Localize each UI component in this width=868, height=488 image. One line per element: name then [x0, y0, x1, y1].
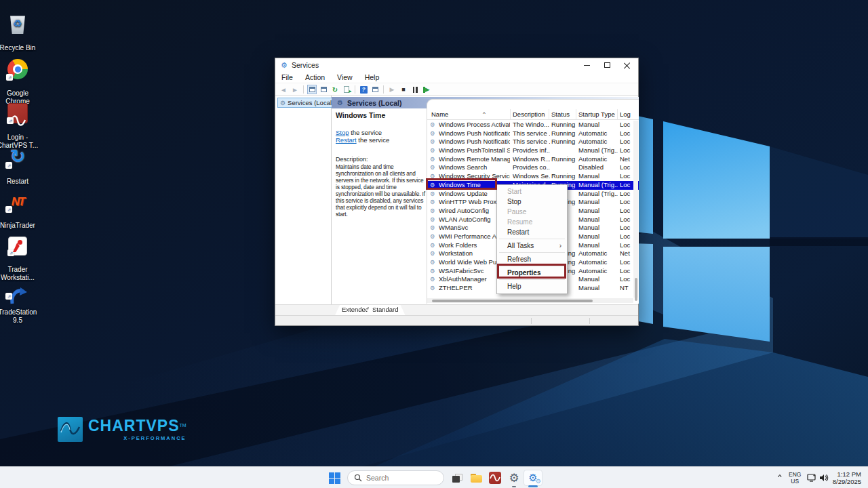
service-row[interactable]: ⚙Windows Push Notification...This servic… [427, 129, 639, 138]
menu-view[interactable]: View [331, 73, 359, 81]
sort-ascending-icon: ^ [483, 110, 486, 117]
restart-service-button[interactable] [422, 85, 431, 94]
column-description[interactable]: Description [513, 110, 545, 118]
properties-toolbar-button[interactable] [319, 85, 328, 94]
back-button[interactable] [279, 85, 288, 94]
service-status: Running [551, 138, 577, 146]
service-row[interactable]: ⚙Windows Remote Manage...Windows R...Run… [427, 155, 639, 164]
service-gear-icon: ⚙ [430, 121, 438, 129]
refresh-toolbar-button[interactable] [330, 85, 340, 94]
context-menu-item-start: Start [497, 186, 567, 197]
tab-standard[interactable]: Standard [366, 305, 406, 315]
description-label: Description: [336, 156, 425, 163]
menu-action[interactable]: Action [299, 73, 331, 81]
context-menu-item-refresh[interactable]: Refresh [497, 254, 567, 264]
column-startup-type[interactable]: Startup Type [578, 110, 615, 118]
taskbar-search[interactable] [347, 470, 444, 485]
toolbar: ? [275, 84, 638, 96]
taskbar-file-explorer[interactable] [468, 470, 484, 486]
menu-help[interactable]: Help [359, 73, 386, 81]
service-row[interactable]: ⚙Windows Process Activatio...The Windo..… [427, 121, 639, 129]
services-gears-icon: ⚙ [528, 472, 537, 484]
panel-header-title: Services (Local) [347, 99, 402, 107]
tree-item-services-local[interactable]: ⚙ Services (Local) [277, 98, 336, 108]
search-icon [354, 474, 362, 482]
taskbar: ⚙ ⚙ ^ ENG US 1:12 PM 8/29/2025 [0, 466, 868, 488]
service-startup-type: Automatic [578, 249, 618, 258]
taskbar-chartvps-app[interactable] [487, 470, 503, 486]
time: 1:12 PM [831, 470, 861, 478]
taskbar-services-active[interactable]: ⚙ [524, 470, 542, 486]
context-menu-item-help[interactable]: Help [497, 281, 567, 291]
menu-file[interactable]: File [275, 73, 299, 81]
search-input[interactable] [366, 474, 434, 482]
context-menu-item-restart[interactable]: Restart [497, 227, 567, 237]
service-gear-icon: ⚙ [430, 275, 438, 284]
scrollbar-thumb[interactable] [635, 278, 637, 301]
service-gear-icon: ⚙ [430, 155, 438, 164]
annotation-box-properties [497, 264, 566, 279]
export-list-button[interactable] [342, 85, 351, 94]
service-description: The Windo... [513, 121, 550, 129]
column-name[interactable]: Name [431, 110, 448, 118]
service-status: Running [551, 129, 577, 138]
annotation-box-windows-time [426, 178, 497, 190]
context-menu-item-stop[interactable]: Stop [497, 197, 567, 207]
service-row[interactable]: ⚙Windows SearchProvides co...DisabledLoc [427, 163, 639, 172]
restart-service-link[interactable]: Restart [336, 136, 357, 144]
service-startup-type: Automatic [578, 129, 618, 138]
service-name: Windows Push Notification... [439, 138, 510, 146]
help-toolbar-button[interactable]: ? [359, 85, 368, 94]
icon-label: TradeStation 9.5 [0, 308, 41, 325]
start-service-button[interactable] [387, 85, 397, 94]
start-button[interactable] [326, 470, 342, 485]
service-startup-type: Manual [578, 207, 618, 216]
active-app-indicator [528, 485, 538, 487]
tray-chevron-icon[interactable]: ^ [778, 474, 782, 480]
service-startup-type: Manual [578, 284, 618, 293]
service-description: Provides co... [513, 163, 550, 172]
pause-service-button[interactable] [410, 85, 420, 94]
scrollbar-thumb[interactable] [432, 300, 593, 302]
service-gear-icon: ⚙ [430, 232, 438, 241]
vertical-scrollbar[interactable] [633, 121, 638, 298]
stop-service-link[interactable]: Stop [336, 129, 349, 136]
tradestation-icon [7, 277, 28, 298]
desktop-icon-tradestation[interactable]: TradeStation 9.5 [0, 268, 41, 333]
volume-icon[interactable] [819, 473, 829, 485]
column-status[interactable]: Status [551, 110, 570, 118]
service-status: Running [551, 172, 577, 181]
extended-view-button[interactable] [370, 85, 380, 94]
service-gear-icon: ⚙ [430, 216, 438, 224]
chrome-icon [7, 59, 28, 79]
language-indicator[interactable]: ENG US [789, 471, 801, 485]
status-bar [275, 315, 638, 325]
service-gear-icon: ⚙ [430, 190, 438, 199]
title-bar[interactable]: ⚙ Services [275, 58, 638, 72]
services-node-icon: ⚙ [337, 99, 343, 106]
taskbar-clock[interactable]: 1:12 PM 8/29/2025 [831, 470, 861, 485]
minimize-button[interactable] [577, 58, 596, 72]
forward-button[interactable] [290, 85, 300, 94]
service-startup-type: Manual (Trig... [578, 190, 618, 199]
services-node-icon: ⚙ [280, 100, 285, 106]
service-row[interactable]: ⚙Windows Push Notification...This servic… [427, 138, 639, 146]
column-log-on-as[interactable]: Log [620, 110, 631, 118]
service-startup-type: Automatic [578, 155, 618, 164]
service-row[interactable]: ⚙Windows PushToInstall Serv...Provides i… [427, 146, 639, 155]
service-gear-icon: ⚙ [430, 258, 438, 267]
maximize-button[interactable] [597, 58, 616, 72]
running-indicator [512, 486, 516, 488]
taskbar-settings[interactable]: ⚙ [506, 470, 522, 486]
horizontal-scrollbar[interactable] [427, 298, 633, 303]
context-menu-item-all-tasks[interactable]: All Tasks [497, 241, 567, 251]
stop-service-button[interactable] [399, 85, 408, 94]
service-gear-icon: ⚙ [430, 284, 438, 293]
close-button[interactable] [618, 58, 637, 72]
service-name: Windows Search [439, 163, 510, 172]
service-startup-type: Automatic [578, 258, 618, 267]
taskbar-app-window-icon[interactable] [449, 470, 465, 486]
show-console-tree-button[interactable] [307, 85, 317, 94]
ninjatrader-icon [7, 192, 28, 211]
network-icon[interactable] [807, 473, 816, 485]
